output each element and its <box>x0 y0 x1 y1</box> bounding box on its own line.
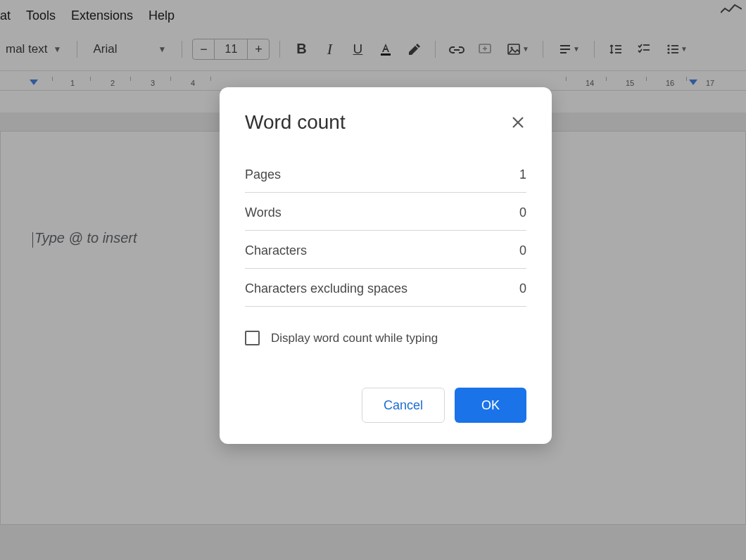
display-while-typing-label: Display word count while typing <box>271 331 438 345</box>
word-count-rows: Pages 1 Words 0 Characters 0 Characters … <box>245 165 526 307</box>
wc-label: Pages <box>245 167 281 182</box>
dialog-actions: Cancel OK <box>245 388 526 423</box>
wc-row-characters-no-spaces: Characters excluding spaces 0 <box>245 269 526 307</box>
wc-value: 1 <box>519 167 526 182</box>
wc-label: Words <box>245 205 282 220</box>
wc-row-pages: Pages 1 <box>245 165 526 193</box>
ok-button[interactable]: OK <box>455 388 526 423</box>
dialog-title: Word count <box>245 111 346 134</box>
display-while-typing-row: Display word count while typing <box>245 331 526 345</box>
close-button[interactable] <box>510 114 526 131</box>
wc-value: 0 <box>519 205 526 220</box>
wc-value: 0 <box>519 243 526 258</box>
close-icon <box>512 116 524 129</box>
wc-value: 0 <box>519 281 526 296</box>
app-root: at Tools Extensions Help mal text ▼ Aria… <box>0 0 746 560</box>
word-count-dialog: Word count Pages 1 Words 0 Characters 0 <box>220 87 552 444</box>
display-while-typing-checkbox[interactable] <box>245 331 260 345</box>
wc-label: Characters excluding spaces <box>245 281 407 296</box>
wc-row-words: Words 0 <box>245 193 526 231</box>
cancel-button[interactable]: Cancel <box>362 388 445 423</box>
dialog-header: Word count <box>245 111 526 134</box>
wc-label: Characters <box>245 243 307 258</box>
wc-row-characters: Characters 0 <box>245 231 526 269</box>
